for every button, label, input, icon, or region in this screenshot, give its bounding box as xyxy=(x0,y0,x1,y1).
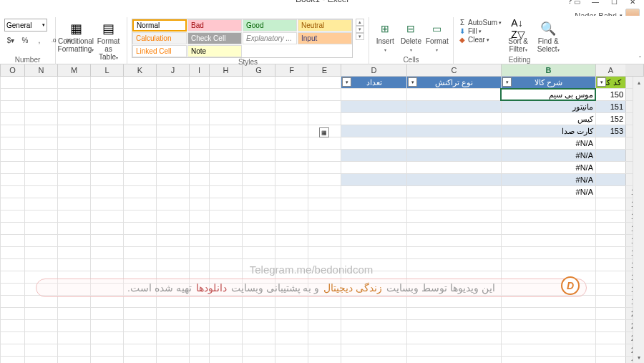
cell-F2[interactable] xyxy=(275,89,308,100)
cell-O18[interactable] xyxy=(0,284,24,295)
cell-K13[interactable] xyxy=(123,223,156,234)
cell-O1[interactable] xyxy=(0,77,24,88)
cell-M10[interactable] xyxy=(57,186,90,198)
cell-N5[interactable] xyxy=(24,125,57,137)
cell-N12[interactable] xyxy=(24,210,57,222)
cell-F7[interactable] xyxy=(275,150,308,161)
cell-C15[interactable] xyxy=(406,247,501,258)
style-neutral[interactable]: Neutral xyxy=(298,19,352,32)
cell-A16[interactable] xyxy=(595,259,625,271)
col-header-M[interactable]: M xyxy=(57,64,90,76)
styles-scroll[interactable]: ▴ ▾ ▾ xyxy=(356,19,364,40)
cell-G21[interactable] xyxy=(242,320,275,331)
cell-K3[interactable] xyxy=(123,101,156,112)
cell-C10[interactable] xyxy=(406,186,501,198)
cell-N20[interactable] xyxy=(24,308,57,319)
cell-L17[interactable] xyxy=(90,271,123,283)
cell-B8[interactable]: #N/A xyxy=(501,162,595,173)
cell-G12[interactable] xyxy=(242,210,275,222)
cell-H6[interactable] xyxy=(209,137,242,149)
cell-B14[interactable] xyxy=(501,235,595,246)
cell-A17[interactable] xyxy=(595,271,625,283)
cell-F24[interactable] xyxy=(275,357,308,363)
cell-I17[interactable] xyxy=(189,271,209,283)
cell-B11[interactable] xyxy=(501,198,595,210)
cell-G9[interactable] xyxy=(242,174,275,185)
cell-I1[interactable] xyxy=(189,77,209,88)
cell-D13[interactable] xyxy=(341,223,406,234)
cell-O2[interactable] xyxy=(0,89,24,100)
cell-O19[interactable] xyxy=(0,296,24,307)
cell-E21[interactable] xyxy=(308,320,341,331)
cell-D17[interactable] xyxy=(341,271,406,283)
cell-A20[interactable] xyxy=(595,308,625,319)
cell-D11[interactable] xyxy=(341,198,406,210)
cell-M6[interactable] xyxy=(57,137,90,149)
cell-M4[interactable] xyxy=(57,113,90,125)
cell-J20[interactable] xyxy=(156,308,189,319)
cell-B18[interactable] xyxy=(501,284,595,295)
percent-button[interactable]: % xyxy=(19,34,31,46)
cell-L19[interactable] xyxy=(90,296,123,307)
cell-M8[interactable] xyxy=(57,162,90,173)
cell-F10[interactable] xyxy=(275,186,308,198)
cell-G7[interactable] xyxy=(242,150,275,161)
cell-K2[interactable] xyxy=(123,89,156,100)
cell-A13[interactable] xyxy=(595,223,625,234)
cell-K7[interactable] xyxy=(123,150,156,161)
close-icon[interactable]: ✕ xyxy=(624,0,641,7)
cell-F8[interactable] xyxy=(275,162,308,173)
cell-E1[interactable] xyxy=(308,77,341,88)
cell-O22[interactable] xyxy=(0,332,24,344)
cell-N7[interactable] xyxy=(24,150,57,161)
cell-E24[interactable] xyxy=(308,357,341,363)
maximize-icon[interactable]: ☐ xyxy=(605,0,623,7)
cell-C7[interactable] xyxy=(406,150,501,161)
cell-C9[interactable] xyxy=(406,174,501,185)
cell-L9[interactable] xyxy=(90,174,123,185)
cell-O16[interactable] xyxy=(0,259,24,271)
cell-B7[interactable]: #N/A xyxy=(501,150,595,161)
cell-D10[interactable] xyxy=(341,186,406,198)
cell-A21[interactable] xyxy=(595,320,625,331)
cell-H1[interactable] xyxy=(209,77,242,88)
cell-J10[interactable] xyxy=(156,186,189,198)
style-good[interactable]: Good xyxy=(243,19,297,32)
cell-J1[interactable] xyxy=(156,77,189,88)
cell-K17[interactable] xyxy=(123,271,156,283)
cell-F1[interactable] xyxy=(275,77,308,88)
cell-I3[interactable] xyxy=(189,101,209,112)
cell-H18[interactable] xyxy=(209,284,242,295)
cell-I5[interactable] xyxy=(189,125,209,137)
cell-F21[interactable] xyxy=(275,320,308,331)
cell-O10[interactable] xyxy=(0,186,24,198)
cell-M3[interactable] xyxy=(57,101,90,112)
cell-C23[interactable] xyxy=(406,344,501,356)
cell-G24[interactable] xyxy=(242,357,275,363)
cell-J4[interactable] xyxy=(156,113,189,125)
col-header-O[interactable]: O xyxy=(0,64,24,76)
cell-C16[interactable] xyxy=(406,259,501,271)
cell-G11[interactable] xyxy=(242,198,275,210)
cell-C18[interactable] xyxy=(406,284,501,295)
cell-D8[interactable] xyxy=(341,162,406,173)
filter-button-A[interactable]: ▾ xyxy=(597,77,606,87)
cell-M9[interactable] xyxy=(57,174,90,185)
cell-M21[interactable] xyxy=(57,320,90,331)
cell-D19[interactable] xyxy=(341,296,406,307)
cell-O11[interactable] xyxy=(0,198,24,210)
cell-C14[interactable] xyxy=(406,235,501,246)
cell-I9[interactable] xyxy=(189,174,209,185)
cell-L1[interactable] xyxy=(90,77,123,88)
cell-C1[interactable]: نوع تراکنش▾ xyxy=(406,77,501,88)
cell-K12[interactable] xyxy=(123,210,156,222)
cell-K6[interactable] xyxy=(123,137,156,149)
cell-N3[interactable] xyxy=(24,101,57,112)
cell-C2[interactable] xyxy=(406,89,501,100)
cell-J19[interactable] xyxy=(156,296,189,307)
cell-L22[interactable] xyxy=(90,332,123,344)
style-check-cell[interactable]: Check Cell xyxy=(187,32,242,44)
insert-button[interactable]: ⊞ Insert▾ xyxy=(374,19,396,53)
cell-N24[interactable] xyxy=(24,357,57,363)
scroll-down-icon[interactable]: ▾ xyxy=(356,26,364,33)
